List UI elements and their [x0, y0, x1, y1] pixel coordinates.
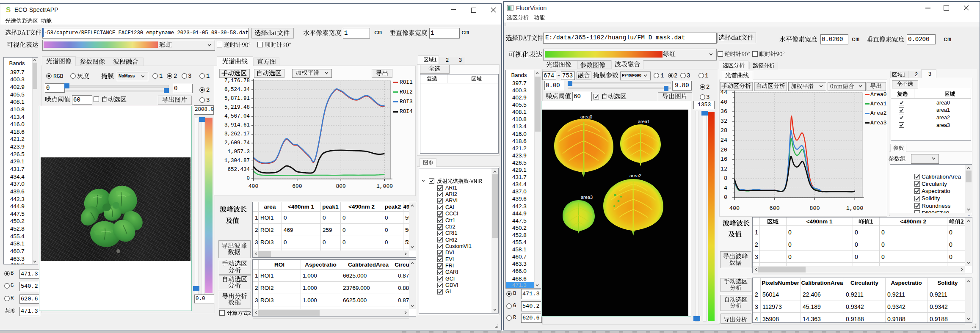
svg-text:S: S: [6, 6, 11, 14]
